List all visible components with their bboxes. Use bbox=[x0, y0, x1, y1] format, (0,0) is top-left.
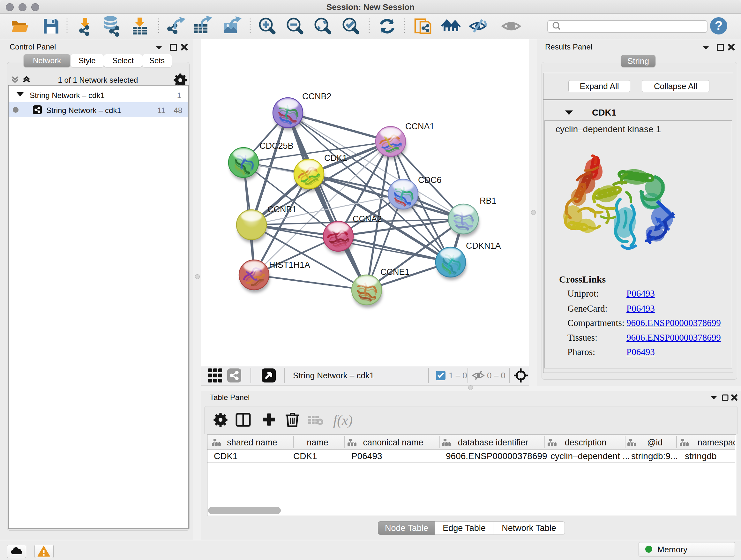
svg-text:CCNB1: CCNB1 bbox=[267, 205, 297, 214]
svg-text:?: ? bbox=[715, 18, 723, 33]
svg-text:namespac: namespac bbox=[697, 438, 735, 447]
svg-text:CCNE1: CCNE1 bbox=[381, 267, 410, 277]
svg-text:@id: @id bbox=[647, 438, 663, 447]
svg-text:CDC25B: CDC25B bbox=[259, 141, 293, 151]
svg-text:1 – 0: 1 – 0 bbox=[449, 371, 467, 380]
svg-text:CCNB2: CCNB2 bbox=[302, 91, 332, 101]
svg-text:f(x): f(x) bbox=[333, 413, 353, 428]
svg-text:description: description bbox=[565, 438, 607, 447]
svg-text:HIST1H1A: HIST1H1A bbox=[269, 260, 310, 270]
svg-text:RB1: RB1 bbox=[480, 196, 496, 206]
svg-text:shared name: shared name bbox=[227, 438, 277, 447]
svg-text:canonical name: canonical name bbox=[363, 438, 423, 447]
svg-text:name: name bbox=[307, 438, 328, 447]
svg-text:CDC6: CDC6 bbox=[418, 175, 442, 185]
svg-text:CDKN1A: CDKN1A bbox=[466, 241, 501, 251]
svg-text:0 – 0: 0 – 0 bbox=[487, 371, 506, 380]
svg-text:CCNA1: CCNA1 bbox=[405, 122, 434, 131]
svg-text:CCNA2: CCNA2 bbox=[353, 214, 382, 224]
svg-text:CDK1: CDK1 bbox=[324, 153, 347, 163]
svg-text:database identifier: database identifier bbox=[458, 438, 529, 447]
svg-text:String Network – cdk1: String Network – cdk1 bbox=[293, 371, 374, 380]
